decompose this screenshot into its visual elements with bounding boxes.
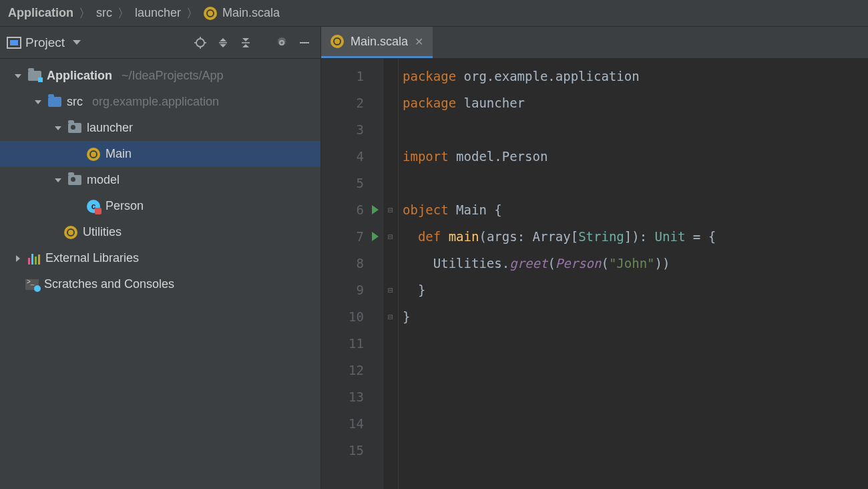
fold-marker [383,143,398,170]
line-number[interactable]: 13 [321,383,383,410]
line-number[interactable]: 5 [321,170,383,196]
chevron-right-icon: 〉 [186,5,198,21]
line-number[interactable]: 8 [321,250,383,277]
tree-node-label: Utilities [83,225,122,239]
line-number[interactable]: 15 [321,437,383,464]
fold-marker [383,116,398,143]
svg-point-0 [196,39,204,47]
tree-node-label: External Libraries [45,251,139,265]
tree-node-utilities[interactable]: Utilities [0,219,320,245]
fold-marker [383,250,398,277]
project-view-icon [7,37,21,49]
tree-node-external-libraries[interactable]: External Libraries [0,245,320,271]
tree-node-scratches[interactable]: Scratches and Consoles [0,271,320,297]
tree-node-label: model [87,173,120,187]
tree-node-label: Scratches and Consoles [44,277,174,291]
tree-node-label: launcher [87,121,133,135]
svg-marker-7 [220,44,226,47]
editor-tabs: Main.scala ✕ [321,27,868,58]
editor-tab[interactable]: Main.scala ✕ [321,27,433,58]
collapse-all-icon[interactable] [236,33,255,52]
breadcrumb: Application 〉 src 〉 launcher 〉 Main.scal… [0,0,868,27]
chevron-right-icon: 〉 [118,5,130,21]
fold-marker [383,357,398,383]
fold-marker [383,383,398,410]
fold-marker [383,330,398,357]
fold-marker[interactable]: ⊟ [383,223,398,250]
chevron-right-icon[interactable] [13,254,23,263]
project-tool-window-header: Project [0,27,321,58]
chevron-right-icon: 〉 [79,5,91,21]
svg-rect-9 [242,42,250,43]
tree-node-hint: ~/IdeaProjects/App [122,69,224,83]
locate-icon[interactable] [191,33,210,52]
fold-marker [383,170,398,196]
line-number[interactable]: 1 [321,63,383,90]
svg-rect-6 [219,42,227,43]
package-folder-icon [68,123,81,133]
fold-marker[interactable]: ⊟ [383,277,398,303]
chevron-down-icon[interactable] [53,176,63,185]
chevron-down-icon[interactable] [33,98,43,107]
editor-tab-label: Main.scala [351,35,408,49]
svg-marker-10 [242,44,249,47]
tree-node-label: Main [105,147,132,161]
scala-object-icon [204,7,217,20]
line-number[interactable]: 2 [321,90,383,116]
tree-node-main[interactable]: Main [0,141,320,167]
tree-node-hint: org.example.application [92,95,219,109]
project-dropdown[interactable]: Project [25,35,65,50]
fold-marker [383,410,398,437]
line-number[interactable]: 4 [321,143,383,170]
tree-node-model[interactable]: model [0,167,320,193]
run-gutter-icon[interactable] [372,205,379,214]
scala-object-icon [331,35,344,48]
breadcrumb-item[interactable]: Application [8,6,73,20]
tree-node-person[interactable]: c Person [0,193,320,219]
run-gutter-icon[interactable] [372,232,379,241]
tree-node-src[interactable]: src org.example.application [0,89,320,115]
chevron-down-icon[interactable] [13,71,23,81]
fold-marker[interactable]: ⊟ [383,303,398,330]
svg-marker-5 [220,38,226,41]
code-editor[interactable]: 123456789101112131415 ⊟⊟⊟⊟ package org.e… [321,59,868,489]
tree-node-label: Person [105,199,144,213]
source-folder-icon [48,97,61,107]
line-number[interactable]: 6 [321,196,383,223]
breadcrumb-item[interactable]: src [96,6,112,20]
line-number[interactable]: 11 [321,330,383,357]
line-number[interactable]: 12 [321,357,383,383]
chevron-down-icon[interactable] [53,124,63,133]
fold-marker [383,63,398,90]
breadcrumb-item[interactable]: launcher [135,6,181,20]
package-folder-icon [68,175,81,185]
fold-marker [383,90,398,116]
line-number[interactable]: 14 [321,410,383,437]
scratches-icon [25,279,39,290]
minimize-icon[interactable] [295,33,314,52]
library-icon [28,253,40,265]
fold-gutter[interactable]: ⊟⊟⊟⊟ [383,59,399,489]
svg-rect-11 [300,42,309,43]
close-icon[interactable]: ✕ [415,35,423,48]
scala-class-icon: c [87,200,100,213]
tree-node-label: Application [47,69,112,83]
chevron-down-icon[interactable] [73,40,81,45]
tree-node-application[interactable]: Application ~/IdeaProjects/App [0,63,320,89]
fold-marker [383,437,398,464]
scala-object-icon [64,226,77,239]
gear-icon[interactable] [272,33,291,52]
code-area[interactable]: package org.example.application package … [399,59,868,489]
line-number-gutter[interactable]: 123456789101112131415 [321,59,383,489]
breadcrumb-item[interactable]: Main.scala [222,6,280,20]
expand-all-icon[interactable] [214,33,232,52]
project-folder-icon [28,71,41,81]
line-number[interactable]: 10 [321,303,383,330]
line-number[interactable]: 7 [321,223,383,250]
svg-marker-8 [242,38,249,41]
line-number[interactable]: 9 [321,277,383,303]
project-tree[interactable]: Application ~/IdeaProjects/App src org.e… [0,59,321,489]
tree-node-launcher[interactable]: launcher [0,115,320,141]
line-number[interactable]: 3 [321,116,383,143]
fold-marker[interactable]: ⊟ [383,196,398,223]
